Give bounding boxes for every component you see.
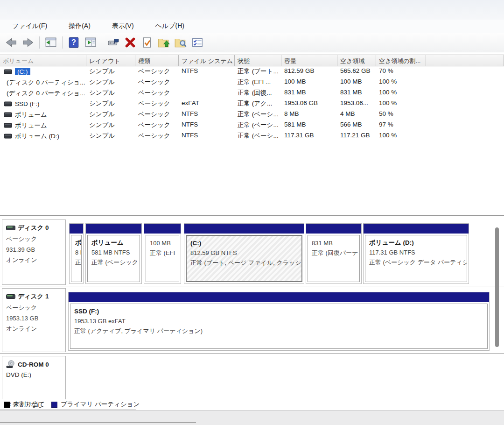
partition-disk0-efi[interactable]: 100 MB 正常 (EFI: [144, 223, 181, 284]
disk-size: 1953.13 GB: [6, 315, 63, 322]
partition-status: 正常 (EFI: [150, 248, 177, 258]
menu-file[interactable]: ファイル(F): [7, 21, 52, 32]
volume-free-pct: 100 %: [376, 131, 426, 142]
partition-color-bar: [184, 224, 304, 234]
disk-icon: [6, 294, 15, 299]
partition-disk0-recovery[interactable]: 831 MB 正常 (回復パーテ: [306, 223, 362, 284]
partition-name: ボ!: [75, 238, 79, 248]
menu-help[interactable]: ヘルプ(H): [151, 21, 189, 32]
column-empty: [426, 55, 504, 66]
volume-name: (ディスク 0 パーティショ...: [7, 78, 85, 87]
toolbar-separator: [102, 36, 102, 49]
column-capacity[interactable]: 容量: [281, 55, 337, 66]
volume-name: ボリューム: [15, 111, 47, 119]
table-row[interactable]: ボリューム シンプル ベーシック NTFS 正常 (ベーシ... 581 MB …: [0, 120, 504, 131]
delete-volume-icon[interactable]: [123, 35, 138, 50]
volume-type: ベーシック: [135, 66, 179, 77]
table-row[interactable]: (C:) シンプル ベーシック NTFS 正常 (ブート... 812.59 G…: [0, 66, 504, 77]
volume-free: 4 MB: [337, 109, 376, 120]
column-free-percent[interactable]: 空き領域の割...: [376, 55, 426, 66]
disk1-panel[interactable]: ディスク 1 ベーシック 1953.13 GB オンライン: [2, 288, 66, 352]
partition-color-bar: [364, 224, 469, 234]
help-icon[interactable]: ?: [66, 35, 81, 50]
volume-layout: シンプル: [86, 99, 135, 109]
volume-free: 1953.06...: [337, 99, 376, 109]
cdrom-panel[interactable]: CD-ROM 0 DVD (E:) メディアなし: [2, 356, 66, 399]
volume-fs: NTFS: [179, 66, 235, 77]
toolbar: ?: [0, 33, 504, 52]
partition-disk1-f-drive[interactable]: SSD (F:) 1953.13 GB exFAT 正常 (アクティブ, プライ…: [68, 292, 490, 351]
volume-type: ベーシック: [135, 88, 179, 99]
volume-name: (ディスク 0 パーティショ...: [7, 89, 85, 98]
folder-open-icon[interactable]: [156, 35, 171, 50]
disk1-row: ディスク 1 ベーシック 1953.13 GB オンライン SSD (F:) 1…: [0, 287, 504, 354]
back-icon[interactable]: [4, 35, 19, 50]
volume-fs: NTFS: [179, 120, 235, 131]
volume-icon: [4, 123, 12, 128]
volume-layout: シンプル: [86, 88, 135, 99]
volume-fs: NTFS: [179, 109, 235, 120]
vertical-scrollbar[interactable]: [495, 227, 499, 347]
volume-free: 565.62 GB: [337, 66, 376, 77]
volume-capacity: 812.59 GB: [281, 66, 337, 77]
volume-capacity: 581 MB: [281, 120, 337, 131]
options-icon[interactable]: [190, 35, 205, 50]
volume-free-pct: 50 %: [376, 109, 426, 120]
folder-explore-icon[interactable]: [173, 35, 188, 50]
table-row[interactable]: ボリューム (D:) シンプル ベーシック NTFS 正常 (ベーシ... 11…: [0, 131, 504, 142]
menu-action[interactable]: 操作(A): [64, 21, 95, 32]
partition-name: SSD (F:): [74, 307, 485, 316]
column-status[interactable]: 状態: [235, 55, 281, 66]
table-row[interactable]: ボリューム シンプル ベーシック NTFS 正常 (ベーシ... 8 MB 4 …: [0, 109, 504, 120]
column-free-space[interactable]: 空き領域: [337, 55, 376, 66]
volume-status: 正常 (EFI ...: [235, 77, 281, 88]
disk-label: ディスク 1: [18, 292, 49, 301]
table-row[interactable]: (ディスク 0 パーティショ... シンプル ベーシック 正常 (回復... 8…: [0, 88, 504, 99]
volume-capacity: 117.31 GB: [281, 131, 337, 142]
volume-type: ベーシック: [135, 77, 179, 88]
volume-free: 117.21 GB: [337, 131, 376, 142]
partition-status: 正: [75, 257, 79, 267]
table-row[interactable]: (ディスク 0 パーティショ... シンプル ベーシック 正常 (EFI ...…: [0, 77, 504, 88]
volume-layout: シンプル: [86, 77, 135, 88]
partition-color-bar: [86, 224, 141, 234]
disk0-row: ディスク 0 ベーシック 931.39 GB オンライン ボ! 8 M 正 ボリ…: [0, 219, 504, 286]
forward-icon[interactable]: [21, 35, 35, 50]
partition-size: 581 MB NTFS: [91, 248, 138, 257]
disk-management-window: ファイル(F) 操作(A) 表示(V) ヘルプ(H) ?: [0, 0, 504, 425]
volume-free-pct: 100 %: [376, 99, 426, 109]
volume-name: (C:): [15, 68, 30, 75]
cdrom-icon: [6, 360, 15, 368]
partition-disk0-reserved[interactable]: ボ! 8 M 正: [69, 223, 84, 284]
console-tree-icon[interactable]: [43, 35, 58, 50]
disk-status: オンライン: [6, 256, 63, 264]
partition-size: 117.31 GB NTFS: [369, 248, 465, 257]
partition-color-bar: [70, 224, 83, 234]
partition-size: 8 M: [75, 248, 79, 257]
partition-status: 正常 (ベーシック: [91, 257, 138, 267]
partition-disk0-volume[interactable]: ボリューム 581 MB NTFS 正常 (ベーシック: [85, 223, 142, 284]
toolbar-separator: [39, 36, 40, 49]
volume-status: 正常 (回復...: [235, 88, 281, 99]
disk0-panel[interactable]: ディスク 0 ベーシック 931.39 GB オンライン: [2, 220, 66, 285]
partition-disk0-c-drive[interactable]: (C:) 812.59 GB NTFS 正常 (ブート, ページ ファイル, ク…: [184, 223, 304, 284]
partition-size: 100 MB: [150, 238, 177, 248]
properties-icon[interactable]: [140, 35, 154, 50]
device-rescan-icon[interactable]: [106, 35, 121, 50]
partition-name: ボリューム: [91, 238, 138, 248]
column-layout[interactable]: レイアウト: [86, 55, 135, 66]
partition-color-bar: [69, 292, 489, 302]
volume-fs: [179, 88, 235, 99]
volume-icon: [4, 101, 12, 106]
volume-status: 正常 (ベーシ...: [235, 120, 281, 131]
column-filesystem[interactable]: ファイル システム: [179, 55, 235, 66]
disk-icon: [6, 225, 15, 231]
volume-layout: シンプル: [86, 109, 135, 120]
graphical-view: ディスク 0 ベーシック 931.39 GB オンライン ボ! 8 M 正 ボリ…: [0, 216, 504, 410]
menu-view[interactable]: 表示(V): [107, 21, 139, 32]
partition-disk0-d-drive[interactable]: ボリューム (D:) 117.31 GB NTFS 正常 (ベーシック データ …: [363, 223, 469, 284]
action-pane-icon[interactable]: [83, 35, 98, 50]
column-type[interactable]: 種類: [135, 55, 179, 66]
column-volume[interactable]: ボリューム: [0, 55, 86, 66]
table-row[interactable]: SSD (F:) シンプル ベーシック exFAT 正常 (アク... 1953…: [0, 99, 504, 109]
